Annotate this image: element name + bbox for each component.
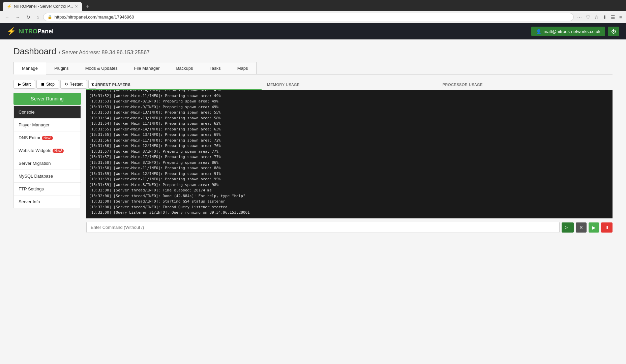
logo-text: NiTROPanel — [19, 28, 54, 35]
play-button[interactable]: ▶ — [589, 222, 599, 233]
log-line: [13:32:00] [Query Listener #1/INFO]: Que… — [89, 210, 610, 216]
page-title-text: Dashboard — [13, 46, 56, 56]
command-input[interactable] — [86, 222, 560, 233]
forward-button[interactable]: → — [13, 13, 22, 21]
header-actions: 👤 matt@nitrous-networks.co.uk ⏻ — [531, 27, 619, 36]
new-tab-button[interactable]: + — [83, 2, 92, 11]
log-line: [13:31:56] [Worker-Main-12/INFO]: Prepar… — [89, 143, 610, 149]
tab-close-btn[interactable]: ✕ — [75, 4, 78, 9]
tab-manage[interactable]: Manage — [13, 62, 46, 74]
stop-icon: ⏹ — [41, 82, 45, 87]
log-line: [13:31:58] [Worker-Main-11/INFO]: Prepar… — [89, 165, 610, 171]
browser-chrome: ⚡ NiTROPanel - Server Control P... ✕ + — [0, 0, 626, 11]
sidebar-item-ftp-settings[interactable]: FTP Settings — [14, 183, 81, 195]
reload-button[interactable]: ↻ — [24, 13, 32, 21]
tab-file-manager[interactable]: File Manager — [126, 62, 168, 74]
app-logo[interactable]: ⚡ NiTROPanel — [7, 27, 54, 36]
tab-backups[interactable]: Backups — [168, 62, 202, 74]
log-line: [13:31:51] [Worker-Main-14/INFO]: Prepar… — [89, 90, 610, 93]
log-line: [13:31:53] [Worker-Main-9/INFO]: Prepari… — [89, 104, 610, 110]
log-line: [13:31:59] [Worker-Main-8/INFO]: Prepari… — [89, 182, 610, 188]
tab-bar: ⚡ NiTROPanel - Server Control P... ✕ + — [3, 2, 623, 11]
pause-button[interactable]: ⏸ — [601, 222, 613, 233]
restart-button[interactable]: ↻ Restart — [60, 80, 87, 89]
stat-label: PROCESSOR USAGE — [443, 83, 607, 87]
console-log[interactable]: [13:31:48] [Worker-Main-8/INFO]: Prepari… — [86, 90, 613, 218]
main-content: Dashboard / Server Address: 89.34.96.153… — [0, 39, 626, 240]
sidebar-menu: ConsolePlayer ManagerDNS EditorNew!Websi… — [13, 105, 81, 208]
download-button[interactable]: ⬇ — [601, 13, 608, 21]
sidebar-item-server-info[interactable]: Server Info — [14, 195, 81, 208]
pause-icon: ⏸ — [604, 225, 609, 230]
tab-tasks[interactable]: Tasks — [201, 62, 229, 74]
start-button[interactable]: ▶ Start — [13, 80, 35, 89]
bookmark-button[interactable]: ♡ — [585, 13, 592, 21]
home-button[interactable]: ⌂ — [34, 13, 41, 21]
security-icon: 🔒 — [48, 15, 52, 19]
sidebar-item-server-migration[interactable]: Server Migration — [14, 157, 81, 170]
star-button[interactable]: ☆ — [593, 13, 600, 21]
clear-button[interactable]: ✕ — [576, 222, 587, 233]
sidebar-item-player-manager[interactable]: Player Manager — [14, 119, 81, 131]
stat-processor-usage[interactable]: PROCESSOR USAGE — [437, 80, 613, 90]
log-line: [13:31:55] [Worker-Main-14/INFO]: Prepar… — [89, 127, 610, 132]
page-title: Dashboard / Server Address: 89.34.96.153… — [13, 46, 613, 57]
log-line: [13:31:59] [Worker-Main-12/INFO]: Prepar… — [89, 171, 610, 177]
log-line: [13:31:56] [Worker-Main-11/INFO]: Prepar… — [89, 138, 610, 144]
terminal-icon: >_ — [565, 225, 570, 230]
log-line: [13:32:00] [Server thread/INFO]: Time el… — [89, 188, 610, 193]
stats-bar: CURRENT PLAYERSMEMORY USAGEPROCESSOR USA… — [86, 80, 613, 90]
tab-mods---updates[interactable]: Mods & Updates — [77, 62, 126, 74]
browser-nav: ← → ↻ ⌂ 🔒 ⋯ ♡ ☆ ⬇ ☰ ≡ — [0, 11, 626, 23]
tab-favicon: ⚡ — [7, 4, 12, 9]
address-bar-wrap: 🔒 — [43, 13, 573, 21]
browser-tab-active[interactable]: ⚡ NiTROPanel - Server Control P... ✕ — [3, 2, 82, 11]
sidebar-item-dns-editor[interactable]: DNS EditorNew! — [14, 131, 81, 144]
nav-extras: ⋯ ♡ ☆ ⬇ ☰ ≡ — [576, 13, 623, 21]
tab-title: NiTROPanel - Server Control P... — [14, 4, 73, 9]
server-address: / Server Address: 89.34.96.153:25567 — [59, 50, 150, 55]
app-header: ⚡ NiTROPanel 👤 matt@nitrous-networks.co.… — [0, 23, 626, 39]
power-button[interactable]: ⏻ — [608, 27, 619, 36]
log-line: [13:31:55] [Worker-Main-13/INFO]: Prepar… — [89, 132, 610, 138]
control-buttons: ▶ Start ⏹ Stop ↻ Restart ▾ — [13, 80, 81, 89]
log-line: [13:31:54] [Worker-Main-13/INFO]: Prepar… — [89, 116, 610, 121]
back-button[interactable]: ← — [3, 13, 11, 21]
clear-icon: ✕ — [579, 225, 583, 230]
log-line: [13:31:59] [Worker-Main-11/INFO]: Prepar… — [89, 177, 610, 182]
address-bar[interactable] — [54, 14, 569, 20]
logo-icon: ⚡ — [7, 27, 16, 36]
console-area: CURRENT PLAYERSMEMORY USAGEPROCESSOR USA… — [86, 80, 613, 233]
log-line: [13:31:53] [Worker-Main-13/INFO]: Prepar… — [89, 110, 610, 116]
restart-label: Restart — [69, 82, 83, 87]
sidebar-item-console[interactable]: Console — [14, 106, 81, 119]
stop-button[interactable]: ⏹ Stop — [36, 80, 59, 89]
badge-new: New! — [42, 136, 53, 140]
badge-new: New! — [53, 149, 64, 153]
stop-label: Stop — [46, 82, 55, 87]
tab-navigation: ManagePluginsMods & UpdatesFile ManagerB… — [13, 62, 613, 74]
log-line: [13:31:53] [Worker-Main-8/INFO]: Prepari… — [89, 99, 610, 104]
user-label: matt@nitrous-networks.co.uk — [543, 29, 600, 34]
stat-label: CURRENT PLAYERS — [92, 83, 256, 87]
log-line: [13:32:00] [Server thread/INFO]: Thread … — [89, 205, 610, 210]
server-status-badge: Server Running — [13, 93, 81, 105]
tab-plugins[interactable]: Plugins — [46, 62, 77, 74]
content-area: ▶ Start ⏹ Stop ↻ Restart ▾ Server Runnin… — [13, 80, 613, 233]
stat-memory-usage[interactable]: MEMORY USAGE — [262, 80, 437, 90]
user-button[interactable]: 👤 matt@nitrous-networks.co.uk — [531, 27, 605, 36]
log-line: [13:31:57] [Worker-Main-8/INFO]: Prepari… — [89, 149, 610, 155]
sidebar: ▶ Start ⏹ Stop ↻ Restart ▾ Server Runnin… — [13, 80, 81, 233]
extensions-button[interactable]: ⋯ — [576, 13, 583, 21]
send-command-button[interactable]: >_ — [562, 222, 574, 233]
log-line: [13:32:00] [Server thread/INFO]: Startin… — [89, 199, 610, 205]
menu-button[interactable]: ≡ — [618, 13, 623, 21]
collections-button[interactable]: ☰ — [609, 13, 617, 21]
log-line: [13:31:54] [Worker-Main-11/INFO]: Prepar… — [89, 121, 610, 127]
stat-current-players[interactable]: CURRENT PLAYERS — [86, 80, 262, 90]
start-label: Start — [22, 82, 31, 87]
sidebar-item-website-widgets[interactable]: Website WidgetsNew! — [14, 144, 81, 157]
sidebar-item-mysql-database[interactable]: MySQL Database — [14, 170, 81, 183]
log-line: [13:32:00] [Server thread/INFO]: Done (4… — [89, 193, 610, 199]
tab-maps[interactable]: Maps — [229, 62, 257, 74]
